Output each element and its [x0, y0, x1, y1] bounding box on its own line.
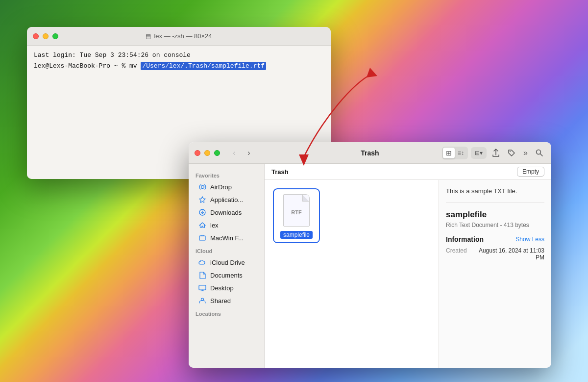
finder-nav-buttons: ‹ › [228, 148, 255, 158]
airdrop-icon [198, 183, 206, 191]
svg-rect-7 [199, 236, 205, 240]
finder-sidebar: Favorites AirDrop Applicatio... [189, 164, 265, 368]
sidebar-item-airdrop[interactable]: AirDrop [192, 180, 261, 193]
files-area: RTF samplefile [265, 180, 439, 368]
more-button[interactable]: » [521, 147, 530, 159]
terminal-line-2: lex@Lexs-MacBook-Pro ~ % mv /Users/lex/.… [34, 61, 324, 71]
file-icon-wrapper: RTF [281, 193, 312, 228]
sidebar-item-icloud[interactable]: iCloud Drive [192, 256, 261, 269]
finder-maximize-button[interactable] [214, 150, 220, 156]
view-columns-button[interactable]: ⊟▾ [472, 148, 486, 158]
empty-trash-button[interactable]: Empty [517, 167, 544, 177]
favorites-heading: Favorites [189, 169, 264, 180]
sidebar-item-shared[interactable]: Shared [192, 294, 261, 307]
view-toggle: ⊞ ≡↕ [442, 147, 468, 159]
finder-content: Favorites AirDrop Applicatio... [189, 164, 551, 368]
tag-button[interactable] [505, 148, 518, 158]
sidebar-item-applications[interactable]: Applicatio... [192, 193, 261, 206]
finder-minimize-button[interactable] [204, 150, 210, 156]
svg-point-9 [201, 298, 204, 301]
downloads-icon [198, 208, 206, 216]
terminal-maximize-button[interactable] [52, 33, 58, 39]
svg-marker-1 [367, 68, 377, 77]
terminal-title: ▤ lex — -zsh — 80×24 [146, 32, 212, 40]
sidebar-item-shared-label: Shared [210, 297, 231, 305]
desktop-icon [198, 284, 206, 292]
finder-window: ‹ › Trash ⊞ ≡↕ ⊟▾ » [189, 142, 551, 368]
file-name-label: samplefile [280, 231, 313, 239]
view-toggle-2: ⊟▾ [471, 147, 487, 159]
preview-info-heading: Information [446, 235, 484, 243]
finder-titlebar: ‹ › Trash ⊞ ≡↕ ⊟▾ » [189, 142, 551, 164]
sidebar-item-lex[interactable]: lex [192, 219, 261, 231]
terminal-icon: ▤ [146, 33, 151, 40]
sidebar-item-documents-label: Documents [210, 272, 243, 279]
preview-info-row-created: Created August 16, 2024 at 11:03 PM [446, 247, 544, 261]
finder-forward-button[interactable]: › [243, 148, 255, 158]
sidebar-item-desktop[interactable]: Desktop [192, 281, 261, 294]
created-value: August 16, 2024 at 11:03 PM [476, 247, 544, 261]
home-icon [198, 221, 206, 229]
show-less-button[interactable]: Show Less [515, 236, 544, 243]
svg-point-5 [201, 185, 204, 188]
file-item-samplefile[interactable]: RTF samplefile [274, 190, 318, 242]
sidebar-item-icloud-label: iCloud Drive [210, 259, 245, 266]
terminal-titlebar: ▤ lex — -zsh — 80×24 [27, 27, 331, 46]
file-icon-paper: RTF [283, 194, 310, 227]
finder-title: Trash [361, 149, 379, 157]
svg-line-4 [540, 154, 543, 156]
file-type-label: RTF [291, 209, 301, 215]
sidebar-item-applications-label: Applicatio... [210, 196, 243, 204]
preview-content-text: This is a sample TXT file. [446, 187, 544, 196]
finder-close-button[interactable] [195, 150, 200, 156]
sidebar-item-documents[interactable]: Documents [192, 269, 261, 281]
shared-icon [198, 297, 206, 305]
terminal-minimize-button[interactable] [43, 33, 49, 39]
preview-filetype: Rich Text Document - 413 bytes [446, 222, 544, 229]
finder-main: Trash Empty RTF [265, 164, 551, 368]
sidebar-item-lex-label: lex [210, 222, 219, 229]
view-list-button[interactable]: ≡↕ [455, 148, 467, 158]
locations-heading: Locations [189, 307, 264, 319]
sidebar-item-macwin-label: MacWin F... [210, 234, 244, 242]
desktop: ▤ lex — -zsh — 80×24 Last login: Tue Sep… [0, 0, 588, 382]
icloud-icon [198, 258, 206, 266]
share-button[interactable] [490, 147, 502, 159]
finder-toolbar-right: ⊞ ≡↕ ⊟▾ » [442, 147, 545, 159]
sidebar-item-downloads[interactable]: Downloads [192, 206, 261, 219]
svg-point-2 [510, 151, 511, 152]
terminal-close-button[interactable] [33, 33, 39, 39]
file-icon-corner [302, 195, 309, 202]
finder-path-bar: Trash Empty [265, 164, 551, 180]
applications-icon [198, 196, 206, 204]
finder-files-panel: RTF samplefile This is a sample TXT file… [265, 180, 551, 368]
sidebar-item-downloads-label: Downloads [210, 209, 242, 216]
preview-divider [446, 203, 544, 203]
icloud-heading: iCloud [189, 244, 264, 256]
view-grid-button[interactable]: ⊞ [443, 148, 455, 158]
svg-rect-8 [199, 285, 206, 290]
sidebar-item-desktop-label: Desktop [210, 284, 234, 292]
sidebar-item-macwin[interactable]: MacWin F... [192, 231, 261, 244]
terminal-line-1: Last login: Tue Sep 3 23:54:26 on consol… [34, 51, 324, 60]
preview-panel: This is a sample TXT file. samplefile Ri… [439, 180, 551, 368]
path-label: Trash [271, 168, 289, 176]
finder-back-button[interactable]: ‹ [228, 148, 241, 158]
sidebar-item-airdrop-label: AirDrop [210, 183, 232, 191]
created-key: Created [446, 247, 467, 261]
documents-icon [198, 271, 206, 279]
preview-filename: samplefile [446, 210, 544, 220]
macwin-icon [198, 234, 206, 242]
search-button[interactable] [533, 148, 545, 158]
